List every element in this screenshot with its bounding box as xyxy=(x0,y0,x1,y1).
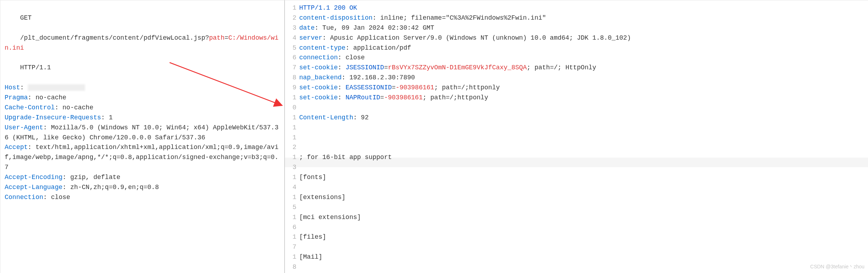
response-line: 4server: Apusic Application Server/9.0 (… xyxy=(289,33,864,43)
response-content: 1HTTP/1.1 200 OK2content-disposition: in… xyxy=(289,3,864,273)
line-number: 5 xyxy=(289,43,299,53)
response-line: 13; for 16-bit app support xyxy=(289,153,864,173)
header-value: zh-CN,zh;q=0.9,en;q=0.8 xyxy=(70,184,159,191)
line-content: ; for 16-bit app support xyxy=(299,153,864,173)
body-text: [mci extensions] xyxy=(299,214,361,221)
request-header: Accept-Language: zh-CN,zh;q=0.9,en;q=0.8 xyxy=(5,183,280,193)
line-number: 1 xyxy=(289,3,299,13)
header-value: 1 xyxy=(109,114,113,121)
request-header: Upgrade-Insecure-Requests: 1 xyxy=(5,113,280,123)
response-line: 6connection: close xyxy=(289,53,864,63)
line-content: [mci extensions] xyxy=(299,213,864,233)
request-http-version: HTTP/1.1 xyxy=(20,64,51,71)
request-header: Cache-Control: no-cache xyxy=(5,103,280,113)
line-number: 10 xyxy=(289,93,299,113)
line-number: 12 xyxy=(289,133,299,153)
header-sep: : xyxy=(55,104,62,111)
header-value: Tue, 09 Jan 2024 02:30:42 GMT xyxy=(322,24,434,31)
cookie-name: NAPRoutID xyxy=(346,94,380,101)
header-value: application/pdf xyxy=(353,44,411,51)
line-number: 11 xyxy=(289,113,299,133)
header-name: date xyxy=(299,24,315,31)
line-content xyxy=(299,133,864,153)
header-sep: : xyxy=(62,174,70,181)
header-name: set-cookie xyxy=(299,94,338,101)
cookie-name: EASSESSIONID xyxy=(346,84,392,91)
line-content: nap_backend: 192.168.2.30:7890 xyxy=(299,73,864,83)
line-number: 13 xyxy=(289,153,299,173)
request-header: Accept: text/html,application/xhtml+xml,… xyxy=(5,143,280,173)
header-value: text/html,application/xhtml+xml,applicat… xyxy=(5,144,279,171)
line-content: date: Tue, 09 Jan 2024 02:30:42 GMT xyxy=(299,23,864,33)
line-content: [extensions] xyxy=(299,193,864,213)
line-content: set-cookie: JSESSIONID=rBsVYx7SZZyvOmN-D… xyxy=(299,63,864,73)
line-number: 2 xyxy=(289,13,299,23)
body-text: [extensions] xyxy=(299,194,346,201)
cookie-value: -903986161 xyxy=(384,94,423,101)
header-name: set-cookie xyxy=(299,64,338,71)
request-header: Pragma: no-cache xyxy=(5,93,280,103)
response-pane[interactable]: 1HTTP/1.1 200 OK2content-disposition: in… xyxy=(285,0,868,273)
cookie-value: -903986161 xyxy=(396,84,434,91)
request-param-key: path xyxy=(209,34,225,41)
line-content: set-cookie: NAPRoutID=-903986161; path=/… xyxy=(299,93,864,113)
header-name: User-Agent xyxy=(5,124,43,131)
http-method: GET xyxy=(20,14,31,21)
line-number: 9 xyxy=(289,83,299,93)
response-line: 17[files] xyxy=(289,232,864,252)
line-number: 16 xyxy=(289,213,299,233)
header-value: Apusic Application Server/9.0 (Windows N… xyxy=(330,34,631,41)
response-line: 10set-cookie: NAPRoutID=-903986161; path… xyxy=(289,93,864,113)
header-name: Cache-Control xyxy=(5,104,55,111)
header-name: Accept xyxy=(5,144,28,151)
header-value: no-cache xyxy=(35,94,66,101)
watermark-text: CSDN @3tefanie丶zhou xyxy=(810,263,864,271)
line-content: [Mail] xyxy=(299,252,864,272)
header-sep: : xyxy=(101,114,109,121)
header-name: Accept-Language xyxy=(5,184,62,191)
response-line: 1HTTP/1.1 200 OK xyxy=(289,3,864,13)
line-number: 15 xyxy=(289,193,299,213)
header-name: Accept-Encoding xyxy=(5,174,62,181)
request-path-prefix: /plt_document/fragments/content/pdfViewL… xyxy=(20,34,209,41)
status-line: HTTP/1.1 200 OK xyxy=(299,4,357,11)
line-number: 3 xyxy=(289,23,299,33)
header-name: Host xyxy=(5,84,20,91)
line-content: HTTP/1.1 200 OK xyxy=(299,3,864,13)
request-header: User-Agent: Mozilla/5.0 (Windows NT 10.0… xyxy=(5,123,280,143)
response-line: 18[Mail] xyxy=(289,252,864,272)
body-text: [fonts] xyxy=(299,174,326,181)
request-header: Connection: close xyxy=(5,193,280,203)
response-line: 15[extensions] xyxy=(289,193,864,213)
header-name: connection xyxy=(299,54,338,61)
response-line: 12 xyxy=(289,133,864,153)
line-content: server: Apusic Application Server/9.0 (W… xyxy=(299,33,864,43)
line-content: content-type: application/pdf xyxy=(299,43,864,53)
header-sep: : xyxy=(43,194,51,201)
header-value: no-cache xyxy=(62,104,93,111)
request-headers: Host: Pragma: no-cacheCache-Control: no-… xyxy=(5,83,280,203)
response-line: 16[mci extensions] xyxy=(289,213,864,233)
header-value: gzip, deflate xyxy=(70,174,120,181)
line-number: 7 xyxy=(289,63,299,73)
line-number: 6 xyxy=(289,53,299,63)
response-line: 11Content-Length: 92 xyxy=(289,113,864,133)
request-line: GET /plt_document/fragments/content/pdfV… xyxy=(5,3,280,83)
response-line: 9set-cookie: EASSESSIONID=-903986161; pa… xyxy=(289,83,864,93)
line-number: 8 xyxy=(289,73,299,83)
cookie-attrs: ; path=/; HttpOnly xyxy=(527,64,596,71)
body-text: [files] xyxy=(299,233,326,240)
header-name: Upgrade-Insecure-Requests xyxy=(5,114,101,121)
cookie-value: rBsVYx7SZZyvOmN-D1EmGE9VkJfCaxy_8SQA xyxy=(388,64,527,71)
redacted-value xyxy=(28,84,85,91)
line-number: 4 xyxy=(289,33,299,43)
header-value: inline; filename="C%3A%2FWindows%2Fwin.i… xyxy=(380,14,546,21)
request-pane[interactable]: GET /plt_document/fragments/content/pdfV… xyxy=(0,0,285,273)
body-text: [Mail] xyxy=(299,253,322,260)
header-name: Connection xyxy=(5,194,43,201)
response-line: 3date: Tue, 09 Jan 2024 02:30:42 GMT xyxy=(289,23,864,33)
header-sep: : xyxy=(28,144,36,151)
line-number: 14 xyxy=(289,173,299,193)
line-content: [fonts] xyxy=(299,173,864,193)
header-sep: : xyxy=(20,84,28,91)
